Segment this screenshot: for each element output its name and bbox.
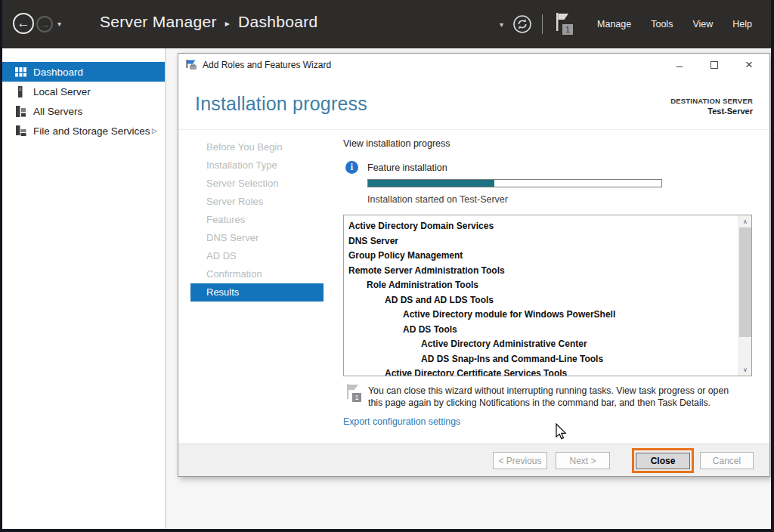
feature-item: AD DS Tools [344,323,738,338]
scroll-up-icon[interactable]: ∧ [739,215,751,227]
step-dns-server: DNS Server [190,229,324,247]
installed-features-list: Active Directory Domain Services DNS Ser… [343,215,752,376]
sidebar-item-local-server[interactable]: Local Server [2,82,165,101]
wizard-header: Installation progress DESTINATION SERVER… [178,76,769,130]
feature-item: Active Directory Domain Services [344,219,738,234]
nav-dropdown-icon[interactable]: ▾ [57,20,61,28]
breadcrumb-app[interactable]: Server Manager [100,13,217,31]
step-features: Features [190,211,324,229]
mouse-cursor [555,423,568,441]
destination-server-name: Test-Server [670,107,753,116]
close-window-button[interactable]: × [732,54,766,76]
add-roles-features-wizard: Add Roles and Features Wizard – × Instal… [178,53,770,477]
breadcrumb: Server Manager ▸ Dashboard [100,13,318,31]
step-server-selection: Server Selection [190,175,324,193]
next-button: Next > [556,452,610,469]
breadcrumb-page[interactable]: Dashboard [238,13,317,31]
sidebar-item-label: Local Server [33,86,91,97]
wizard-steps-nav: Before You Begin Installation Type Serve… [190,138,324,302]
sidebar-item-all-servers[interactable]: All Servers [2,101,165,121]
maximize-button[interactable] [697,54,732,76]
feature-item: Remote Server Administration Tools [344,264,738,279]
back-button[interactable]: ← [13,13,34,34]
info-icon: i [345,161,358,174]
section-title: View installation progress [343,138,450,149]
notifications-flag-icon[interactable]: 1 [553,11,574,37]
minimize-button[interactable]: – [662,54,697,76]
menu-tools[interactable]: Tools [641,11,683,37]
feature-item: AD DS and AD LDS Tools [344,293,738,308]
feature-item: Active Directory Certificate Services To… [344,367,738,376]
sidebar-item-file-storage-services[interactable]: File and Storage Services ▷ [2,121,165,141]
task-title: Feature installation [367,162,447,173]
feature-item: Active Directory module for Windows Powe… [344,308,738,323]
close-note: You can close this wizard without interr… [368,385,741,409]
scrollbar-thumb[interactable] [739,227,751,337]
step-installation-type: Installation Type [190,156,324,175]
previous-button: < Previous [493,452,547,469]
close-button-highlight: Close [632,448,694,473]
page-title: Installation progress [195,93,367,115]
feature-item: Group Policy Management [344,249,738,264]
dashboard-grid-icon [15,66,26,78]
sidebar-item-label: File and Storage Services [33,125,150,137]
cancel-button: Cancel [700,452,754,469]
topbar: ← → ▾ Server Manager ▸ Dashboard ▾ [0,0,774,48]
sidebar-item-label: Dashboard [33,66,83,78]
step-results[interactable]: Results [190,283,324,302]
menu-view[interactable]: View [683,11,723,37]
wizard-button-bar: < Previous Next > Close Cancel [178,444,769,476]
file-storage-icon [15,125,26,137]
maximize-icon [711,61,718,69]
dialog-titlebar[interactable]: Add Roles and Features Wizard – × [178,54,769,76]
feature-item: AD DS Snap-Ins and Command-Line Tools [344,352,738,367]
forward-button: → [36,16,53,32]
local-server-icon [15,86,26,97]
menu-help[interactable]: Help [723,11,762,37]
dialog-title: Add Roles and Features Wizard [203,60,331,70]
list-scrollbar[interactable]: ∧ ∨ [738,215,751,376]
step-ad-ds: AD DS [190,247,324,265]
export-configuration-link[interactable]: Export configuration settings [343,416,460,427]
feature-item: DNS Server [344,234,738,249]
progress-fill [368,180,494,187]
pane-divider [165,48,166,529]
progress-status: Installation started on Test-Server [367,194,508,205]
topbar-divider [542,14,543,34]
scroll-down-icon[interactable]: ∨ [739,363,751,376]
feature-item: Active Directory Administrative Center [344,337,738,352]
refresh-dropdown-icon[interactable]: ▾ [500,20,503,29]
task-badge: 1 [352,393,361,402]
step-before-you-begin: Before You Begin [190,138,324,156]
notification-count-badge: 1 [562,24,573,35]
progress-bar [367,179,662,187]
refresh-icon[interactable] [512,14,532,34]
sidebar: Dashboard Local Server All Servers File … [2,48,165,529]
destination-server-label: DESTINATION SERVER [670,97,753,105]
menu-manage[interactable]: Manage [587,11,641,37]
sidebar-item-dashboard[interactable]: Dashboard [2,62,165,82]
task-flag-icon: 1 [345,383,363,404]
server-manager-window: ← → ▾ Server Manager ▸ Dashboard ▾ [0,0,774,532]
step-server-roles: Server Roles [190,193,324,211]
sidebar-item-label: All Servers [33,106,82,117]
step-confirmation: Confirmation [190,265,324,283]
chevron-right-icon[interactable]: ▷ [152,127,157,135]
all-servers-icon [15,106,26,117]
close-button[interactable]: Close [636,453,690,469]
wizard-icon [185,59,197,71]
feature-item: Role Administration Tools [344,278,738,293]
breadcrumb-separator-icon: ▸ [225,16,230,29]
